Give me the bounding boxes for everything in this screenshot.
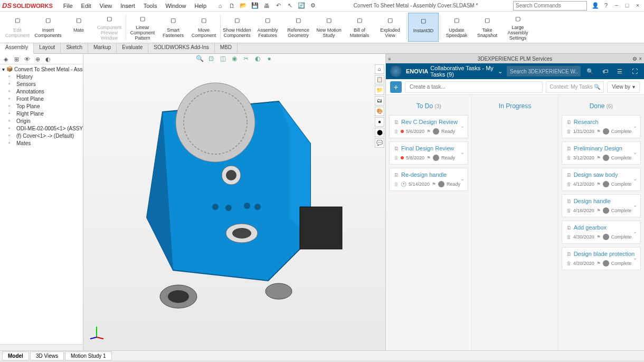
view-palette-tab-icon[interactable]: 🎨 (375, 107, 384, 116)
home-icon[interactable]: ⌂ (215, 1, 225, 11)
display-style-icon[interactable]: ◉ (230, 55, 239, 64)
render-icon[interactable]: ● (264, 55, 274, 64)
ribbon-instant3d[interactable]: ▢Instant3D (408, 13, 439, 42)
user-icon[interactable]: 👤 (591, 2, 600, 9)
ribbon-linear-component-pattern[interactable]: ▢Linear Component Pattern (127, 13, 158, 42)
zoom-area-icon[interactable]: ⊡ (206, 55, 216, 64)
properties-tab-icon[interactable]: ⬤ (375, 128, 384, 137)
task-card[interactable]: 🗎Rev C Design Review⌄🗑5/6/2020⚑Ready (389, 115, 468, 138)
trash-icon[interactable]: 🗑 (566, 261, 571, 266)
scene-icon[interactable]: ◐ (253, 55, 262, 64)
tab-markup[interactable]: Markup (88, 43, 117, 53)
task-card[interactable]: 🗎Research⌄🗑1/31/2020⚑Complete (562, 115, 641, 138)
undo-icon[interactable]: ↶ (273, 1, 283, 11)
tab-assembly[interactable]: Assembly (0, 43, 34, 54)
task-card[interactable]: 🗎Design saw body⌄🗑4/12/2020⚑Complete (562, 168, 641, 191)
menu-file[interactable]: File (59, 2, 77, 10)
menu-tools[interactable]: Tools (139, 2, 162, 10)
trash-icon[interactable]: 🗑 (394, 182, 399, 187)
new-icon[interactable]: 🗋 (226, 1, 237, 11)
save-icon[interactable]: 💾 (250, 1, 260, 11)
resources-tab-icon[interactable]: 📋 (375, 75, 384, 84)
close-icon[interactable]: × (633, 2, 642, 9)
menu-edit[interactable]: Edit (77, 2, 96, 10)
task-card[interactable]: 🗎Design handle⌄🗑4/16/2020⚑Complete (562, 194, 641, 217)
chevron-down-icon[interactable]: ⌄ (633, 123, 637, 129)
orientation-triad[interactable] (89, 324, 105, 340)
enovia-search-input[interactable] (507, 66, 581, 77)
tab-layout[interactable]: Layout (34, 43, 61, 53)
tree-root[interactable]: ▾📦Convert To Sheet Metal - Assembly Cove (1, 65, 82, 73)
print-icon[interactable]: 🖶 (261, 1, 272, 11)
search-commands-input[interactable] (513, 1, 587, 11)
chevron-down-icon[interactable]: ⌄ (633, 228, 637, 234)
view-orient-icon[interactable]: ◫ (218, 55, 228, 64)
task-card[interactable]: 🗎Add gearbox⌄🗑4/30/2020⚑Complete (562, 221, 641, 244)
collapse-icon[interactable]: « (388, 56, 391, 62)
tab-mbd[interactable]: MBD (215, 43, 238, 53)
context-selector[interactable]: Context: My Tasks🔍 (546, 81, 604, 93)
explorer-tab-icon[interactable]: 🗂 (375, 96, 384, 106)
ribbon-show-hidden-components[interactable]: ▢Show Hidden Components (222, 13, 252, 42)
rebuild-icon[interactable]: 🔄 (296, 1, 307, 11)
gear-icon[interactable]: ⚙ × (632, 56, 642, 62)
ribbon-mate[interactable]: ▢Mate (63, 13, 94, 42)
tree-target-icon[interactable]: ⊕ (33, 55, 42, 63)
tree-node[interactable]: ▫Mates (1, 139, 82, 147)
feature-tree[interactable]: ▾📦Convert To Sheet Metal - Assembly Cove… (0, 64, 83, 344)
tree-node[interactable]: ▫Sensors (1, 80, 82, 88)
chevron-down-icon[interactable]: ⌄ (633, 176, 637, 182)
options-icon[interactable]: ⚙ (308, 1, 318, 11)
add-task-button[interactable]: + (390, 81, 402, 93)
ribbon-insert-components[interactable]: ▢Insert Components (33, 13, 63, 42)
task-card[interactable]: 🗎Design blade protection⌄🗑4/20/2020⚑Comp… (562, 247, 641, 270)
tree-node[interactable]: ▫(f) Cover<1> -> (Default) (1, 132, 82, 139)
trash-icon[interactable]: 🗑 (566, 182, 571, 187)
ribbon-take-snapshot[interactable]: ▢Take Snapshot (472, 13, 503, 42)
select-icon[interactable]: ↖ (285, 1, 295, 11)
menu-view[interactable]: View (96, 2, 117, 10)
bottom-tab-model[interactable]: Model (2, 351, 29, 360)
tree-scrollbar[interactable] (0, 344, 83, 350)
trash-icon[interactable]: 🗑 (566, 208, 571, 213)
tree-node[interactable]: ▫Right Plane (1, 110, 82, 117)
trash-icon[interactable]: 🗑 (566, 129, 571, 134)
bottom-tab-motion-study-1[interactable]: Motion Study 1 (65, 351, 112, 360)
tree-display-icon[interactable]: ⊞ (12, 55, 21, 63)
ribbon-smart-fasteners[interactable]: ▢Smart Fasteners (158, 13, 188, 42)
task-card[interactable]: 🗎Preliminary Design⌄🗑3/12/2020⚑Complete (562, 141, 641, 165)
home-tab-icon[interactable]: ⌂ (375, 64, 384, 74)
chevron-down-icon[interactable]: ⌄ (460, 149, 465, 155)
appearances-tab-icon[interactable]: ● (375, 117, 384, 127)
tree-node[interactable]: ▫Origin (1, 117, 82, 125)
tab-solidworks-add-ins[interactable]: SOLIDWORKS Add-Ins (148, 43, 214, 53)
maximize-icon[interactable]: □ (623, 2, 631, 9)
tree-node[interactable]: ▫Front Plane (1, 95, 82, 102)
ribbon-exploded-view[interactable]: ▢Exploded View (375, 13, 405, 42)
create-task-input[interactable] (405, 81, 543, 93)
forum-tab-icon[interactable]: 💬 (375, 138, 384, 148)
open-icon[interactable]: 📂 (238, 1, 249, 11)
menu-help[interactable]: Help (191, 2, 211, 10)
minimize-icon[interactable]: − (612, 2, 621, 9)
task-card[interactable]: 🗎Final Design Review⌄🗑5/8/2020⚑Ready (389, 141, 468, 165)
tree-node[interactable]: ▫ODI-ME-02-0005<1> (ASSY DWG CO (1, 125, 82, 132)
ribbon-reference-geometry[interactable]: ▢Reference Geometry (283, 13, 314, 42)
trash-icon[interactable]: 🗑 (394, 129, 399, 134)
ribbon-large-assembly-settings[interactable]: ▢Large Assembly Settings (503, 13, 533, 42)
tree-filter-icon[interactable]: ◈ (1, 55, 11, 63)
tab-sketch[interactable]: Sketch (61, 43, 88, 53)
ribbon-new-motion-study[interactable]: ▢New Motion Study (314, 13, 344, 42)
ribbon-bill-of-materials[interactable]: ▢Bill of Materials (344, 13, 375, 42)
ribbon-assembly-features[interactable]: ▢Assembly Features (252, 13, 283, 42)
tree-hide-icon[interactable]: 👁 (22, 55, 32, 63)
task-card[interactable]: 🗎Re-design handle⌄🗑🕐5/14/2020⚑Ready (389, 168, 468, 191)
trash-icon[interactable]: 🗑 (566, 155, 571, 160)
ribbon-move-component[interactable]: ▢Move Component (188, 13, 219, 42)
bottom-tab-3d-views[interactable]: 3D Views (30, 351, 64, 360)
tree-node[interactable]: ▫History (1, 73, 82, 80)
view-by-button[interactable]: View by▾ (607, 81, 640, 93)
menu-insert[interactable]: Insert (116, 2, 139, 10)
chevron-down-icon[interactable]: ⌄ (460, 123, 465, 129)
design-lib-tab-icon[interactable]: 📁 (375, 85, 384, 95)
